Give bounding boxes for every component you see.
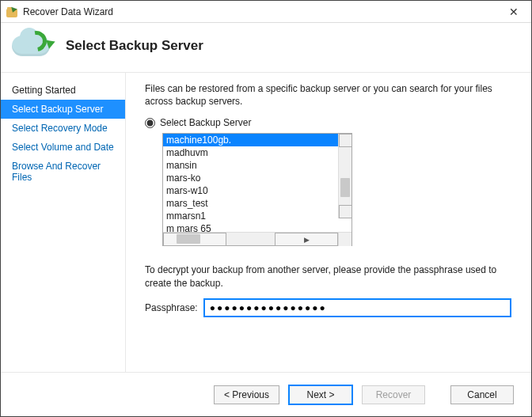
wizard-header: Select Backup Server bbox=[1, 23, 531, 72]
title-bar: Recover Data Wizard ✕ bbox=[1, 1, 531, 23]
wizard-footer: < Previous Next > Recover Cancel bbox=[1, 372, 531, 416]
list-item[interactable]: mansin bbox=[163, 159, 338, 172]
wizard-main: Files can be restored from a specific ba… bbox=[126, 73, 531, 372]
intro-text: Files can be restored from a specific ba… bbox=[145, 82, 511, 108]
cancel-button[interactable]: Cancel bbox=[450, 385, 514, 404]
wizard-body: Getting Started Select Backup Server Sel… bbox=[1, 72, 531, 372]
horizontal-scrollbar[interactable]: ◀ ▶ bbox=[163, 232, 352, 245]
passphrase-label: Passphrase: bbox=[145, 302, 198, 313]
sidebar-item-select-volume-date[interactable]: Select Volume and Date bbox=[1, 138, 125, 157]
scroll-right-icon[interactable]: ▶ bbox=[275, 233, 338, 246]
sidebar-item-select-recovery-mode[interactable]: Select Recovery Mode bbox=[1, 119, 125, 138]
scroll-corner bbox=[338, 233, 352, 246]
window-title: Recover Data Wizard bbox=[23, 6, 113, 17]
backup-server-listbox: machine100gb. madhuvm mansin mars-ko mar… bbox=[162, 133, 352, 246]
list-item[interactable]: mars_test bbox=[163, 197, 338, 210]
next-button[interactable]: Next > bbox=[289, 385, 352, 404]
recover-button: Recover bbox=[362, 385, 425, 404]
vertical-scrollbar[interactable]: ▲ ▼ bbox=[338, 134, 352, 218]
select-backup-server-radio[interactable] bbox=[145, 118, 155, 128]
scroll-up-icon[interactable]: ▲ bbox=[339, 134, 352, 147]
scroll-down-icon[interactable]: ▼ bbox=[339, 205, 352, 218]
close-icon: ✕ bbox=[509, 6, 519, 18]
vscroll-thumb[interactable] bbox=[340, 178, 350, 197]
select-backup-server-radio-label: Select Backup Server bbox=[160, 117, 251, 128]
select-backup-server-radio-row: Select Backup Server bbox=[145, 117, 511, 128]
app-icon bbox=[6, 6, 18, 18]
hscroll-thumb[interactable] bbox=[177, 234, 200, 244]
backup-server-list[interactable]: machine100gb. madhuvm mansin mars-ko mar… bbox=[163, 134, 352, 232]
page-title: Select Backup Server bbox=[66, 38, 203, 54]
sidebar-item-select-backup-server[interactable]: Select Backup Server bbox=[1, 100, 125, 119]
passphrase-row: Passphrase: bbox=[145, 299, 511, 317]
list-item[interactable]: m mars 65 bbox=[163, 222, 338, 232]
sidebar-item-getting-started[interactable]: Getting Started bbox=[1, 81, 125, 100]
list-item[interactable]: mars-ko bbox=[163, 172, 338, 184]
list-item[interactable]: madhuvm bbox=[163, 146, 338, 159]
decrypt-instruction: To decrypt your backup from another serv… bbox=[145, 263, 511, 289]
list-item[interactable]: mmarsn1 bbox=[163, 210, 338, 222]
list-item[interactable]: mars-w10 bbox=[163, 184, 338, 197]
wizard-steps-sidebar: Getting Started Select Backup Server Sel… bbox=[1, 73, 126, 372]
close-button[interactable]: ✕ bbox=[496, 1, 531, 23]
passphrase-input[interactable] bbox=[204, 299, 511, 317]
sidebar-item-browse-recover[interactable]: Browse And Recover Files bbox=[1, 157, 125, 187]
previous-button[interactable]: < Previous bbox=[214, 385, 279, 404]
cloud-restore-icon bbox=[12, 31, 55, 61]
list-item[interactable]: machine100gb. bbox=[163, 134, 338, 146]
